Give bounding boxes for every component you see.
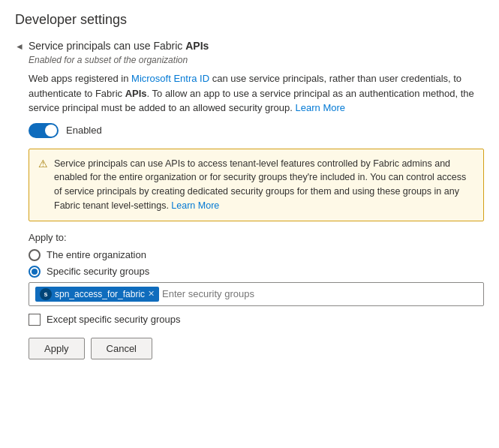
section-description: Web apps registered in Microsoft Entra I…	[29, 71, 484, 116]
collapse-icon[interactable]: ◄	[15, 41, 24, 52]
security-groups-input-container[interactable]: s spn_access_for_fabric ✕	[29, 282, 484, 306]
warning-icon: ⚠	[38, 158, 48, 170]
tag-name: spn_access_for_fabric	[55, 289, 145, 299]
except-groups-checkbox[interactable]	[29, 314, 41, 326]
tag-spn-access: s spn_access_for_fabric ✕	[35, 287, 159, 302]
section-header: ◄ Service principals can use Fabric APIs	[15, 40, 484, 52]
warning-text-content: Service principals can use APIs to acces…	[54, 158, 466, 211]
section-subtitle: Enabled for a subset of the organization	[29, 55, 484, 65]
learn-more-link-1[interactable]: Learn More	[296, 102, 345, 113]
enabled-toggle[interactable]	[29, 123, 59, 138]
learn-more-link-2[interactable]: Learn More	[171, 200, 219, 211]
radio-specific-groups-button[interactable]	[29, 266, 41, 278]
radio-entire-org-label: The entire organization	[47, 249, 146, 260]
except-groups-label: Except specific security groups	[47, 314, 180, 325]
entra-id-link[interactable]: Microsoft Entra ID	[131, 73, 209, 84]
radio-specific-groups-label: Specific security groups	[47, 266, 149, 277]
toggle-row: Enabled	[29, 123, 484, 138]
tag-close-button[interactable]: ✕	[148, 289, 155, 299]
security-groups-text-input[interactable]	[162, 288, 477, 299]
section-title: Service principals can use Fabric APIs	[29, 40, 209, 52]
cancel-button[interactable]: Cancel	[91, 338, 152, 359]
page-title: Developer settings	[15, 12, 484, 28]
warning-text: Service principals can use APIs to acces…	[54, 157, 474, 213]
radio-specific-groups[interactable]: Specific security groups	[29, 266, 484, 278]
button-row: Apply Cancel	[29, 338, 484, 359]
except-groups-checkbox-row[interactable]: Except specific security groups	[29, 314, 484, 326]
toggle-label: Enabled	[66, 125, 102, 136]
tag-avatar: s	[40, 288, 52, 300]
warning-box: ⚠ Service principals can use APIs to acc…	[29, 149, 484, 221]
radio-entire-org[interactable]: The entire organization	[29, 249, 484, 261]
desc-text-1: Web apps registered in	[29, 73, 131, 84]
radio-entire-org-button[interactable]	[29, 249, 41, 261]
section-title-bold: APIs	[185, 40, 209, 52]
apply-to-label: Apply to:	[29, 232, 484, 243]
section-title-plain: Service principals can use Fabric	[29, 40, 185, 52]
apply-button[interactable]: Apply	[29, 338, 85, 359]
